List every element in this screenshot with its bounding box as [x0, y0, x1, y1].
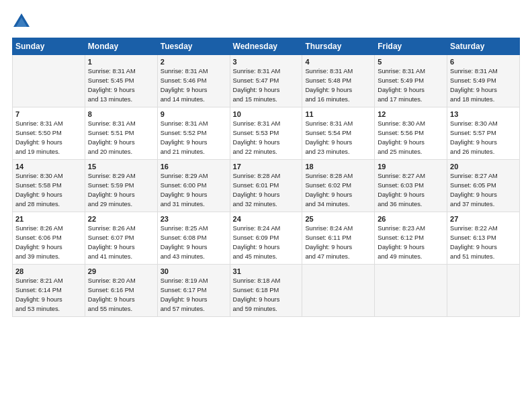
- day-info: Sunrise: 8:31 AMSunset: 5:48 PMDaylight:…: [305, 67, 371, 105]
- day-number: 16: [161, 163, 227, 171]
- col-header-monday: Monday: [85, 38, 157, 55]
- week-row-0: 1Sunrise: 8:31 AMSunset: 5:45 PMDaylight…: [13, 55, 520, 107]
- cell-w0-d4: 4Sunrise: 8:31 AMSunset: 5:48 PMDaylight…: [302, 55, 375, 107]
- day-number: 3: [233, 58, 300, 66]
- cell-w4-d4: [302, 265, 375, 317]
- day-info: Sunrise: 8:30 AMSunset: 5:58 PMDaylight:…: [15, 172, 82, 210]
- col-header-wednesday: Wednesday: [230, 38, 302, 55]
- day-info: Sunrise: 8:30 AMSunset: 5:57 PMDaylight:…: [450, 120, 517, 157]
- cell-w1-d4: 11Sunrise: 8:31 AMSunset: 5:54 PMDayligh…: [302, 107, 375, 160]
- week-row-2: 14Sunrise: 8:30 AMSunset: 5:58 PMDayligh…: [13, 160, 520, 212]
- day-number: 7: [15, 110, 82, 118]
- cell-w2-d4: 18Sunrise: 8:28 AMSunset: 6:02 PMDayligh…: [302, 160, 375, 212]
- day-number: 15: [88, 163, 154, 171]
- day-info: Sunrise: 8:31 AMSunset: 5:51 PMDaylight:…: [88, 120, 154, 157]
- cell-w3-d6: 27Sunrise: 8:22 AMSunset: 6:13 PMDayligh…: [447, 212, 520, 265]
- day-number: 26: [378, 215, 444, 223]
- week-row-3: 21Sunrise: 8:26 AMSunset: 6:06 PMDayligh…: [13, 212, 520, 265]
- day-info: Sunrise: 8:31 AMSunset: 5:47 PMDaylight:…: [233, 67, 300, 105]
- day-number: 23: [161, 215, 227, 223]
- cell-w3-d4: 25Sunrise: 8:24 AMSunset: 6:11 PMDayligh…: [302, 212, 375, 265]
- day-info: Sunrise: 8:30 AMSunset: 5:56 PMDaylight:…: [378, 120, 444, 157]
- cell-w0-d6: 6Sunrise: 8:31 AMSunset: 5:49 PMDaylight…: [447, 55, 520, 107]
- day-number: 14: [15, 163, 82, 171]
- day-info: Sunrise: 8:31 AMSunset: 5:50 PMDaylight:…: [15, 120, 82, 157]
- day-info: Sunrise: 8:31 AMSunset: 5:54 PMDaylight:…: [305, 120, 371, 157]
- cell-w2-d5: 19Sunrise: 8:27 AMSunset: 6:03 PMDayligh…: [375, 160, 447, 212]
- day-number: 8: [88, 110, 154, 118]
- day-number: 6: [450, 58, 517, 66]
- page: SundayMondayTuesdayWednesdayThursdayFrid…: [0, 0, 532, 411]
- day-info: Sunrise: 8:31 AMSunset: 5:49 PMDaylight:…: [378, 67, 444, 105]
- day-info: Sunrise: 8:31 AMSunset: 5:52 PMDaylight:…: [161, 120, 227, 157]
- day-info: Sunrise: 8:28 AMSunset: 6:02 PMDaylight:…: [305, 172, 371, 210]
- day-number: 27: [450, 215, 517, 223]
- day-info: Sunrise: 8:31 AMSunset: 5:53 PMDaylight:…: [233, 120, 300, 157]
- header: [12, 12, 520, 31]
- day-number: 24: [233, 215, 300, 223]
- cell-w1-d1: 8Sunrise: 8:31 AMSunset: 5:51 PMDaylight…: [85, 107, 157, 160]
- day-number: 9: [161, 110, 227, 118]
- day-number: 28: [15, 267, 82, 275]
- day-info: Sunrise: 8:29 AMSunset: 5:59 PMDaylight:…: [88, 172, 154, 210]
- day-info: Sunrise: 8:31 AMSunset: 5:49 PMDaylight:…: [450, 67, 517, 105]
- day-info: Sunrise: 8:23 AMSunset: 6:12 PMDaylight:…: [378, 224, 444, 262]
- day-info: Sunrise: 8:24 AMSunset: 6:09 PMDaylight:…: [233, 224, 300, 262]
- day-number: 30: [161, 267, 227, 275]
- col-header-thursday: Thursday: [302, 38, 375, 55]
- logo: [12, 12, 34, 31]
- day-number: 2: [161, 58, 227, 66]
- day-number: 13: [450, 110, 517, 118]
- cell-w0-d3: 3Sunrise: 8:31 AMSunset: 5:47 PMDaylight…: [230, 55, 302, 107]
- day-info: Sunrise: 8:19 AMSunset: 6:17 PMDaylight:…: [161, 277, 227, 314]
- day-number: 1: [88, 58, 154, 66]
- cell-w1-d6: 13Sunrise: 8:30 AMSunset: 5:57 PMDayligh…: [447, 107, 520, 160]
- day-number: 10: [233, 110, 300, 118]
- calendar-table: SundayMondayTuesdayWednesdayThursdayFrid…: [12, 38, 520, 317]
- day-info: Sunrise: 8:29 AMSunset: 6:00 PMDaylight:…: [161, 172, 227, 210]
- day-number: 22: [88, 215, 154, 223]
- col-header-friday: Friday: [375, 38, 447, 55]
- day-number: 11: [305, 110, 371, 118]
- cell-w2-d1: 15Sunrise: 8:29 AMSunset: 5:59 PMDayligh…: [85, 160, 157, 212]
- day-info: Sunrise: 8:22 AMSunset: 6:13 PMDaylight:…: [450, 224, 517, 262]
- cell-w4-d3: 31Sunrise: 8:18 AMSunset: 6:18 PMDayligh…: [230, 265, 302, 317]
- cell-w4-d2: 30Sunrise: 8:19 AMSunset: 6:17 PMDayligh…: [157, 265, 230, 317]
- day-number: 31: [233, 267, 300, 275]
- col-header-tuesday: Tuesday: [157, 38, 230, 55]
- cell-w2-d6: 20Sunrise: 8:27 AMSunset: 6:05 PMDayligh…: [447, 160, 520, 212]
- cell-w3-d1: 22Sunrise: 8:26 AMSunset: 6:07 PMDayligh…: [85, 212, 157, 265]
- cell-w4-d5: [375, 265, 447, 317]
- week-row-1: 7Sunrise: 8:31 AMSunset: 5:50 PMDaylight…: [13, 107, 520, 160]
- cell-w1-d3: 10Sunrise: 8:31 AMSunset: 5:53 PMDayligh…: [230, 107, 302, 160]
- col-header-sunday: Sunday: [13, 38, 85, 55]
- cell-w4-d0: 28Sunrise: 8:21 AMSunset: 6:14 PMDayligh…: [13, 265, 85, 317]
- cell-w1-d0: 7Sunrise: 8:31 AMSunset: 5:50 PMDaylight…: [13, 107, 85, 160]
- day-number: 18: [305, 163, 371, 171]
- day-info: Sunrise: 8:26 AMSunset: 6:06 PMDaylight:…: [15, 224, 82, 262]
- day-info: Sunrise: 8:18 AMSunset: 6:18 PMDaylight:…: [233, 277, 300, 314]
- cell-w3-d0: 21Sunrise: 8:26 AMSunset: 6:06 PMDayligh…: [13, 212, 85, 265]
- day-number: 21: [15, 215, 82, 223]
- day-info: Sunrise: 8:28 AMSunset: 6:01 PMDaylight:…: [233, 172, 300, 210]
- day-number: 12: [378, 110, 444, 118]
- cell-w4-d1: 29Sunrise: 8:20 AMSunset: 6:16 PMDayligh…: [85, 265, 157, 317]
- day-number: 17: [233, 163, 300, 171]
- cell-w0-d0: [13, 55, 85, 107]
- day-info: Sunrise: 8:31 AMSunset: 5:45 PMDaylight:…: [88, 67, 154, 105]
- day-info: Sunrise: 8:31 AMSunset: 5:46 PMDaylight:…: [161, 67, 227, 105]
- day-info: Sunrise: 8:24 AMSunset: 6:11 PMDaylight:…: [305, 224, 371, 262]
- day-info: Sunrise: 8:26 AMSunset: 6:07 PMDaylight:…: [88, 224, 154, 262]
- cell-w1-d5: 12Sunrise: 8:30 AMSunset: 5:56 PMDayligh…: [375, 107, 447, 160]
- day-number: 25: [305, 215, 371, 223]
- cell-w3-d5: 26Sunrise: 8:23 AMSunset: 6:12 PMDayligh…: [375, 212, 447, 265]
- cell-w2-d2: 16Sunrise: 8:29 AMSunset: 6:00 PMDayligh…: [157, 160, 230, 212]
- day-info: Sunrise: 8:25 AMSunset: 6:08 PMDaylight:…: [161, 224, 227, 262]
- cell-w4-d6: [447, 265, 520, 317]
- header-row: SundayMondayTuesdayWednesdayThursdayFrid…: [13, 38, 520, 55]
- day-info: Sunrise: 8:27 AMSunset: 6:05 PMDaylight:…: [450, 172, 517, 210]
- cell-w2-d3: 17Sunrise: 8:28 AMSunset: 6:01 PMDayligh…: [230, 160, 302, 212]
- day-number: 19: [378, 163, 444, 171]
- cell-w3-d3: 24Sunrise: 8:24 AMSunset: 6:09 PMDayligh…: [230, 212, 302, 265]
- cell-w2-d0: 14Sunrise: 8:30 AMSunset: 5:58 PMDayligh…: [13, 160, 85, 212]
